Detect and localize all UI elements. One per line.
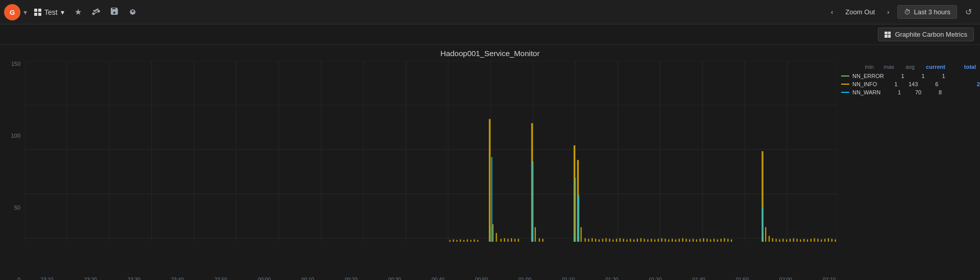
- svg-rect-52: [542, 239, 543, 242]
- svg-rect-110: [800, 239, 801, 242]
- svg-rect-98: [731, 239, 732, 242]
- svg-rect-77: [658, 239, 659, 242]
- svg-rect-60: [599, 239, 600, 242]
- clock-icon: ⏱: [904, 8, 911, 16]
- grafana-logo[interactable]: G: [4, 4, 20, 20]
- nn-info-series: [449, 119, 836, 242]
- svg-rect-5: [38, 13, 41, 16]
- svg-rect-32: [453, 239, 454, 242]
- svg-rect-47: [514, 239, 516, 242]
- svg-rect-128: [574, 233, 575, 242]
- svg-rect-122: [532, 161, 533, 242]
- svg-rect-89: [699, 239, 700, 242]
- dashboard-label: Test: [44, 8, 58, 16]
- legend-col-avg: avg: [894, 64, 915, 70]
- svg-rect-58: [592, 238, 593, 242]
- svg-rect-46: [511, 238, 512, 242]
- svg-rect-107: [790, 239, 791, 242]
- svg-rect-40: [489, 119, 491, 242]
- svg-rect-38: [474, 239, 475, 242]
- nn-error-label: NN_ERROR: [852, 73, 884, 79]
- svg-rect-116: [821, 239, 822, 242]
- nn-info-total: 2.1130 K: [969, 81, 980, 87]
- chart-legend: min max avg current total NN_ERROR 1 1 1…: [837, 61, 980, 280]
- svg-rect-92: [710, 239, 711, 242]
- dropdown-arrow-icon: ▾: [61, 8, 64, 16]
- save-button[interactable]: [106, 4, 122, 20]
- svg-rect-85: [685, 239, 687, 242]
- nn-info-max: 143: [897, 81, 918, 87]
- panel-header-bar: Graphite Carbon Metrics: [0, 24, 980, 45]
- svg-rect-51: [539, 238, 540, 242]
- legend-col-current: current: [915, 64, 945, 70]
- svg-rect-91: [706, 239, 707, 242]
- legend-col-name: [841, 64, 853, 70]
- settings-button[interactable]: [125, 4, 141, 20]
- share-button[interactable]: [88, 4, 104, 20]
- legend-label-nn-info: NN_INFO: [841, 81, 877, 87]
- nn-warn-min: 1: [880, 89, 901, 95]
- svg-rect-75: [651, 239, 652, 242]
- nn-info-label: NN_INFO: [852, 81, 877, 87]
- nav-left: G ▾ Test ▾ ★: [4, 4, 827, 20]
- nn-warn-avg: 8: [921, 89, 942, 95]
- svg-rect-127: [532, 230, 532, 242]
- svg-rect-109: [796, 239, 797, 242]
- svg-rect-66: [620, 238, 621, 242]
- svg-rect-44: [504, 238, 505, 242]
- svg-rect-100: [765, 227, 766, 242]
- legend-label-nn-warn: NN_WARN: [841, 89, 880, 95]
- nn-info-min: 1: [877, 81, 897, 87]
- svg-rect-124: [578, 195, 579, 242]
- y-label-0: 0: [17, 276, 20, 280]
- svg-rect-112: [807, 239, 808, 242]
- y-label-50: 50: [14, 205, 20, 211]
- svg-rect-3: [38, 9, 41, 12]
- zoom-out-button[interactable]: Zoom Out: [841, 6, 879, 18]
- svg-rect-34: [460, 239, 461, 242]
- nn-warn-max: 70: [901, 89, 921, 95]
- svg-rect-64: [612, 239, 614, 242]
- svg-rect-101: [769, 236, 770, 242]
- svg-rect-67: [623, 239, 624, 242]
- chart-svg: [24, 61, 837, 280]
- legend-col-max: max: [874, 64, 894, 70]
- svg-rect-37: [470, 240, 471, 242]
- nn-info-color: [841, 84, 849, 85]
- nn-error-color: [841, 75, 849, 77]
- time-range-button[interactable]: ⏱ Last 3 hours: [897, 5, 957, 19]
- zoom-out-label: Zoom Out: [845, 8, 875, 16]
- zoom-back-button[interactable]: ‹: [827, 6, 837, 18]
- y-label-100: 100: [11, 133, 20, 139]
- svg-rect-33: [456, 240, 457, 242]
- chart-body: 150 100 50 0: [0, 61, 980, 280]
- legend-row-nn-warn[interactable]: NN_WARN 1 70 8 715: [841, 88, 976, 96]
- legend-row-nn-info[interactable]: NN_INFO 1 143 6 2.1130 K: [841, 80, 976, 88]
- svg-rect-126: [490, 227, 491, 242]
- svg-rect-105: [782, 239, 783, 242]
- refresh-button[interactable]: ↺: [961, 5, 976, 19]
- nn-warn-color: [841, 92, 849, 93]
- svg-rect-68: [626, 239, 627, 242]
- panel-title-label: Graphite Carbon Metrics: [895, 31, 967, 38]
- svg-rect-56: [584, 238, 585, 242]
- panel-icon: [885, 32, 891, 38]
- svg-rect-2: [34, 9, 37, 12]
- svg-rect-117: [824, 239, 825, 242]
- svg-rect-120: [835, 239, 836, 242]
- nav-right: ‹ Zoom Out › ⏱ Last 3 hours ↺: [827, 5, 976, 19]
- favorite-button[interactable]: ★: [70, 4, 86, 20]
- dashboard-menu-button[interactable]: Test ▾: [30, 5, 68, 19]
- panel-title-button[interactable]: Graphite Carbon Metrics: [878, 28, 974, 41]
- chart-container: Hadoop001_Service_Monitor 150 100 50 0: [0, 45, 980, 280]
- nn-error-avg: 1: [925, 73, 945, 79]
- svg-rect-78: [661, 238, 662, 242]
- y-label-150: 150: [11, 61, 20, 67]
- legend-row-nn-error[interactable]: NN_ERROR 1 1 1 5: [841, 72, 976, 80]
- zoom-forward-button[interactable]: ›: [883, 6, 893, 18]
- svg-rect-111: [803, 239, 804, 242]
- nn-warn-label: NN_WARN: [852, 89, 880, 95]
- svg-rect-59: [595, 239, 596, 242]
- svg-rect-79: [665, 239, 666, 242]
- svg-rect-121: [491, 157, 492, 242]
